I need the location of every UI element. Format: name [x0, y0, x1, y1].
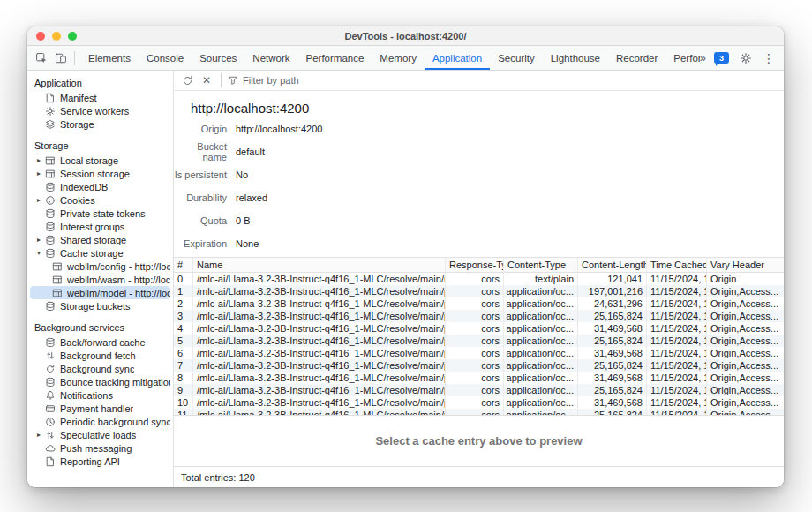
tab-recorder[interactable]: Recorder: [608, 46, 665, 70]
tab-console[interactable]: Console: [139, 46, 192, 70]
cache-entry-row[interactable]: 3/mlc-ai/Llama-3.2-3B-Instruct-q4f16_1-M…: [174, 310, 784, 322]
cache-entry-row[interactable]: 2/mlc-ai/Llama-3.2-3B-Instruct-q4f16_1-M…: [174, 297, 784, 310]
column-header-response-type[interactable]: Response-Type: [446, 258, 504, 272]
sidebar-item-manifest[interactable]: Manifest: [30, 91, 170, 104]
expand-arrow-icon[interactable]: ▸: [34, 196, 43, 204]
total-entries-label: Total entries: 120: [181, 472, 255, 483]
tab-memory[interactable]: Memory: [372, 46, 425, 70]
sidebar-item-background-fetch[interactable]: Background fetch: [30, 349, 170, 362]
sidebar-item-storage[interactable]: Storage: [30, 117, 170, 131]
cell-content-length: 25,165,824: [578, 384, 647, 396]
tab-network[interactable]: Network: [244, 46, 297, 70]
column-header-name[interactable]: Name: [193, 258, 446, 272]
cache-entry-row[interactable]: 8/mlc-ai/Llama-3.2-3B-Instruct-q4f16_1-M…: [174, 372, 784, 384]
sidebar-item-webllm-wasm-http-loca[interactable]: webllm/wasm - http://loca...: [30, 273, 170, 286]
sidebar-item-reporting-api[interactable]: Reporting API: [30, 455, 170, 468]
filter-by-path-input[interactable]: [243, 75, 437, 86]
sidebar-item-bounce-tracking-mitigations[interactable]: Bounce tracking mitigations: [30, 375, 170, 388]
desktop-background: { "window": { "title": "DevTools - local…: [0, 0, 812, 512]
doc-icon: [43, 92, 56, 103]
tab-label: Elements: [88, 53, 131, 64]
sidebar-item-label: webllm/config - http://loc...: [67, 261, 170, 272]
cell-content-length: 25,165,824: [578, 310, 647, 322]
tab-label: Security: [498, 53, 535, 64]
cache-entry-row[interactable]: 1/mlc-ai/Llama-3.2-3B-Instruct-q4f16_1-M…: [174, 285, 784, 297]
minimize-button[interactable]: [52, 32, 61, 41]
sidebar-item-storage-buckets[interactable]: Storage buckets: [30, 299, 170, 312]
zoom-button[interactable]: [68, 32, 77, 41]
tab-label: Performance: [306, 53, 365, 64]
sidebar-item-background-sync[interactable]: Background sync: [30, 362, 170, 375]
sidebar-item-private-state-tokens[interactable]: Private state tokens: [30, 207, 170, 220]
cache-entry-row[interactable]: 9/mlc-ai/Llama-3.2-3B-Instruct-q4f16_1-M…: [174, 384, 784, 396]
tab-performance[interactable]: Performance: [298, 46, 372, 70]
tab-label: Lighthouse: [551, 53, 600, 64]
sidebar-item-label: Cookies: [60, 195, 95, 206]
device-toolbar-button[interactable]: [52, 49, 70, 67]
cache-entry-row[interactable]: 5/mlc-ai/Llama-3.2-3B-Instruct-q4f16_1-M…: [174, 335, 784, 347]
cache-entry-row[interactable]: 7/mlc-ai/Llama-3.2-3B-Instruct-q4f16_1-M…: [174, 359, 784, 372]
cell-time-cached: 11/15/2024, 10...: [647, 297, 707, 310]
cache-entry-row[interactable]: 6/mlc-ai/Llama-3.2-3B-Instruct-q4f16_1-M…: [174, 347, 784, 359]
sidebar-item-service-workers[interactable]: Service workers: [30, 104, 170, 117]
application-sidebar[interactable]: ApplicationManifestService workersStorag…: [27, 71, 174, 487]
cache-entry-row[interactable]: 10/mlc-ai/Llama-3.2-3B-Instruct-q4f16_1-…: [174, 396, 784, 409]
sidebar-item-webllm-model-http-loc[interactable]: webllm/model - http://loc...: [30, 286, 170, 299]
cache-entry-row[interactable]: 0/mlc-ai/Llama-3.2-3B-Instruct-q4f16_1-M…: [174, 273, 784, 285]
expand-arrow-icon[interactable]: ▸: [34, 169, 43, 177]
sidebar-item-interest-groups[interactable]: Interest groups: [30, 220, 170, 233]
sidebar-item-cache-storage[interactable]: ▾Cache storage: [30, 246, 170, 260]
cell-: 2: [174, 297, 193, 310]
refresh-button[interactable]: [179, 72, 195, 88]
sidebar-item-local-storage[interactable]: ▸Local storage: [30, 154, 170, 167]
expand-arrow-icon[interactable]: ▸: [34, 236, 43, 244]
sidebar-item-speculative-loads[interactable]: ▸Speculative loads: [30, 428, 170, 441]
cell-vary-header: Origin,Access...: [707, 310, 784, 322]
cell-time-cached: 11/15/2024, 10...: [647, 322, 707, 335]
issues-counter-button[interactable]: 3: [714, 52, 729, 64]
sidebar-item-payment-handler[interactable]: Payment handler: [30, 402, 170, 415]
inspect-element-button[interactable]: [33, 49, 50, 67]
sidebar-item-push-messaging[interactable]: Push messaging: [30, 441, 170, 455]
tab-security[interactable]: Security: [490, 46, 543, 70]
sidebar-item-indexeddb[interactable]: IndexedDB: [30, 180, 170, 193]
tab-performance-insights[interactable]: Performance insights: [665, 46, 699, 70]
window-titlebar[interactable]: DevTools - localhost:4200/: [27, 26, 784, 46]
cache-toolbar: ✕: [174, 71, 784, 91]
device-toolbar-icon: [55, 52, 67, 64]
main-menu-button[interactable]: ⋮: [763, 51, 775, 65]
sidebar-item-session-storage[interactable]: ▸Session storage: [30, 167, 170, 180]
expand-arrow-icon[interactable]: ▸: [34, 156, 43, 164]
sidebar-item-label: Manifest: [60, 93, 97, 103]
tab-sources[interactable]: Sources: [192, 46, 244, 70]
tab-lighthouse[interactable]: Lighthouse: [543, 46, 608, 70]
sidebar-item-webllm-config-http-loc[interactable]: webllm/config - http://loc...: [30, 260, 170, 273]
tab-elements[interactable]: Elements: [80, 46, 139, 70]
sidebar-item-shared-storage[interactable]: ▸Shared storage: [30, 233, 170, 246]
cell-name: /mlc-ai/Llama-3.2-3B-Instruct-q4f16_1-ML…: [193, 335, 446, 347]
gear-icon: [43, 105, 56, 117]
close-button[interactable]: [36, 32, 45, 41]
sidebar-item-cookies[interactable]: ▸Cookies: [30, 193, 170, 207]
tab-application[interactable]: Application: [425, 46, 490, 70]
column-header-content-length[interactable]: Content-Length: [578, 258, 647, 272]
delete-selected-button[interactable]: ✕: [199, 72, 214, 88]
sidebar-item-periodic-background-sync[interactable]: Periodic background sync: [30, 415, 170, 428]
table-icon: [43, 154, 56, 166]
column-header-vary-header[interactable]: Vary Header: [707, 258, 784, 272]
cell-: 9: [174, 384, 193, 396]
cache-entry-row[interactable]: 11/mlc-ai/Llama-3.2-3B-Instruct-q4f16_1-…: [174, 409, 784, 416]
sidebar-item-notifications[interactable]: Notifications: [30, 388, 170, 402]
refresh-icon: [182, 75, 193, 87]
cache-entry-row[interactable]: 4/mlc-ai/Llama-3.2-3B-Instruct-q4f16_1-M…: [174, 322, 784, 335]
column-header-[interactable]: #: [174, 258, 193, 272]
settings-button[interactable]: [737, 49, 755, 67]
preview-placeholder: Select a cache entry above to preview: [174, 416, 784, 466]
column-header-time-cached[interactable]: Time Cached: [647, 258, 707, 272]
expand-arrow-icon[interactable]: ▸: [34, 431, 43, 439]
more-tabs-button[interactable]: »: [700, 51, 706, 64]
cache-content: http://localhost:4200 Originhttp://local…: [174, 91, 784, 466]
collapse-arrow-icon[interactable]: ▾: [34, 249, 43, 257]
column-header-content-type[interactable]: Content-Type: [504, 258, 578, 272]
sidebar-item-back-forward-cache[interactable]: Back/forward cache: [30, 335, 170, 349]
